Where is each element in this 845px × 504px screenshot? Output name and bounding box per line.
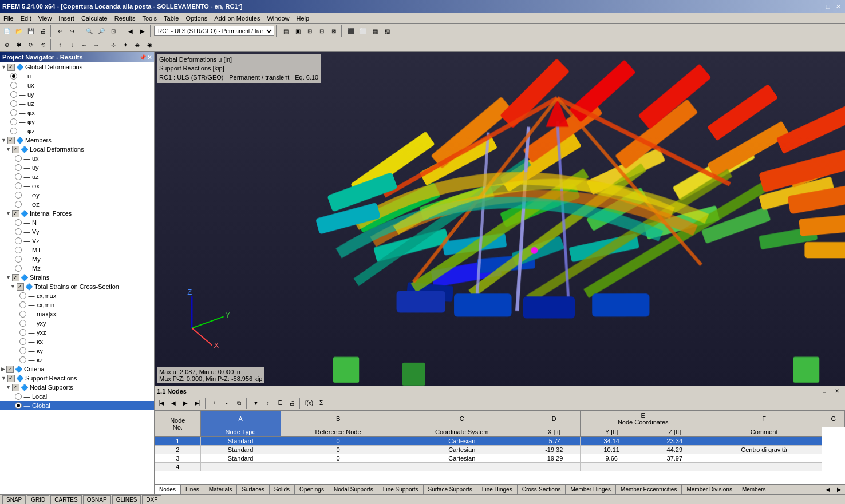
radio-N[interactable] [15,219,22,226]
tb-zoom-all[interactable]: ⊡ [108,25,119,37]
radio-phix[interactable] [10,109,17,116]
tree-item-phiy[interactable]: — φy [0,117,154,126]
menu-table[interactable]: Table [160,14,182,23]
menu-results[interactable]: Results [111,14,139,23]
tree-item-ux[interactable]: — ux [0,81,154,90]
cb-total-strains[interactable]: ✓ [17,283,24,291]
cb-nodal-supports[interactable]: ✓ [12,384,19,391]
tree-item-N[interactable]: — N [0,218,154,227]
radio-luz[interactable] [15,173,22,180]
radio-My[interactable] [15,256,22,263]
table-content[interactable]: NodeNo. A B C D ENode Coordinates F G No… [155,410,845,484]
tt-del[interactable]: - [221,398,232,409]
tree-item-luy[interactable]: — uy [0,163,154,172]
tree-item-ky[interactable]: — κy [0,346,154,355]
menu-window[interactable]: Window [263,14,293,23]
tree-item-phix[interactable]: — φx [0,108,154,117]
radio-uy[interactable] [10,91,17,98]
status-glines[interactable]: GLINES [112,495,141,505]
tb2-9[interactable]: ⊹ [108,39,119,50]
maximize-button[interactable]: □ [823,2,832,11]
status-snap[interactable]: SNAP [2,495,26,505]
expand-members[interactable]: ▼ [1,137,6,143]
tree-item-lphiz[interactable]: — φz [0,200,154,209]
table-header-controls[interactable]: □ ✕ [819,386,843,397]
tt-formula[interactable]: f(x) [303,398,315,409]
tt-excel[interactable]: E [274,398,286,409]
tb-open[interactable]: 📂 [13,25,25,37]
menu-calculate[interactable]: Calculate [78,14,111,23]
tab-nodal-supports[interactable]: Nodal Supports [329,485,378,495]
tab-scroll-controls[interactable]: ◀ ▶ [822,484,845,494]
radio-lphix[interactable] [15,182,22,189]
radio-Vy[interactable] [15,228,22,235]
window-controls[interactable]: — □ ✕ [813,2,843,11]
menu-addon[interactable]: Add-on Modules [211,14,263,23]
tb-view4[interactable]: ▧ [381,25,393,37]
tb-save[interactable]: 💾 [25,25,37,37]
tree-item-lphiy[interactable]: — φy [0,191,154,200]
menu-file[interactable]: File [0,14,17,23]
tree-area[interactable]: ▼ ✓ 🔷 Global Deformations — u — ux — [0,62,154,494]
tb-zoom-in[interactable]: 🔍 [84,25,95,37]
tree-item-Mz[interactable]: — Mz [0,264,154,273]
tab-scroll-left[interactable]: ◀ [822,484,834,494]
tree-item-u[interactable]: — u [0,72,154,81]
tab-surfaces[interactable]: Surfaces [237,485,269,495]
tree-item-uy[interactable]: — uy [0,90,154,99]
tree-item-phiz[interactable]: — φz [0,126,154,136]
tb-print[interactable]: 🖨 [37,25,49,37]
radio-lux[interactable] [15,155,22,162]
tab-openings[interactable]: Openings [295,485,329,495]
cb-members[interactable]: ✓ [7,137,15,144]
tt-copy[interactable]: ⧉ [233,398,244,409]
tree-item-total-strains[interactable]: ▼ ✓ 🔷 Total Strains on Cross-Section [0,282,154,291]
tree-item-lux[interactable]: — ux [0,154,154,163]
tt-filter[interactable]: ▼ [250,398,262,409]
tb2-5[interactable]: ↑ [54,39,66,50]
tb2-2[interactable]: ✱ [13,39,25,50]
tb2-7[interactable]: ← [78,39,90,50]
tree-item-global[interactable]: — Global [0,401,154,410]
tb-zoom-out[interactable]: 🔎 [96,25,107,37]
tab-materials[interactable]: Materials [204,485,238,495]
tree-item-exmin[interactable]: — εx,min [0,300,154,309]
expand-strains[interactable]: ▼ [6,275,11,280]
menu-options[interactable]: Options [182,14,211,23]
status-grid[interactable]: GRID [27,495,49,505]
panel-controls[interactable]: 📌 ✕ [139,54,152,61]
radio-phiz[interactable] [10,128,17,134]
radio-lphiy[interactable] [15,192,22,199]
radio-phiy[interactable] [10,118,17,125]
radio-uz[interactable] [10,100,17,107]
radio-maxex[interactable] [19,311,26,318]
load-case-combo[interactable]: RC1 - ULS (STR/GEO) - Permanent / trar [154,26,274,36]
tree-item-nodal-supports[interactable]: ▼ ✓ 🔷 Nodal Supports [0,383,154,392]
table-row[interactable]: 1 Standard 0 Cartesian -5.74 34.14 23.34 [155,437,845,446]
tree-item-maxex[interactable]: — max|εx| [0,309,154,319]
tb-r4[interactable]: ⊟ [316,25,327,37]
tab-cross-sections[interactable]: Cross-Sections [518,485,566,495]
tt-first[interactable]: |◀ [156,398,167,409]
tree-item-kz[interactable]: — κz [0,355,154,364]
menu-view[interactable]: View [35,14,56,23]
cb-strains[interactable]: ✓ [12,274,19,281]
radio-luy[interactable] [15,164,22,171]
tt-sort[interactable]: ↕ [262,398,274,409]
tb2-4[interactable]: ⟲ [37,39,49,50]
cb-global-def[interactable]: ✓ [7,64,15,71]
tb-prev[interactable]: ◀ [125,25,136,37]
tree-item-MT[interactable]: — MT [0,245,154,255]
table-row[interactable]: 4 [155,463,845,471]
tb-r2[interactable]: ▣ [292,25,303,37]
status-dxf[interactable]: DXF [142,495,161,505]
tab-member-eccentricities[interactable]: Member Eccentricities [616,485,682,495]
radio-gxz[interactable] [19,329,26,336]
tb-new[interactable]: 📄 [1,25,13,37]
tb-view2[interactable]: ⬜ [357,25,369,37]
tb-undo[interactable]: ↩ [54,25,66,37]
tab-scroll-right[interactable]: ▶ [834,484,845,494]
tree-item-strains[interactable]: ▼ ✓ 🔷 Strains [0,273,154,282]
cb-criteria[interactable]: ✓ [6,366,14,373]
tb2-12[interactable]: ◉ [144,39,155,50]
